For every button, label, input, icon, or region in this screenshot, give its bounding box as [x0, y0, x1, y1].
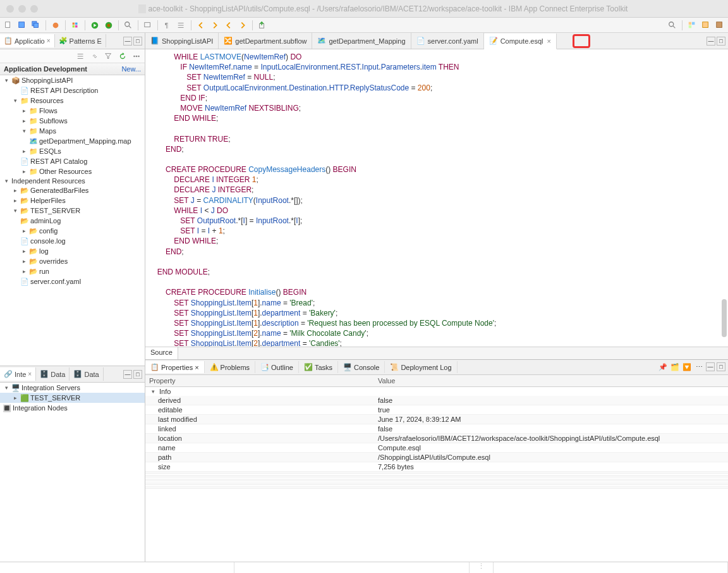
- editor-tab-compute-esql[interactable]: 📝 Compute.esql ×: [484, 34, 557, 49]
- tab-outline[interactable]: 📑Outline: [255, 361, 299, 373]
- tree-label: Flows: [39, 107, 58, 114]
- tree-item-restapidesc[interactable]: 📄REST API Description: [0, 85, 145, 96]
- properties-body[interactable]: ▾Info derivedfalse editabletrue last mod…: [145, 387, 728, 562]
- tree-item-serverconfyaml[interactable]: 📄server.conf.yaml: [0, 276, 145, 286]
- tree-item-shoppinglistapi[interactable]: ▾📦ShoppingListAPI: [0, 75, 145, 85]
- close-icon[interactable]: ×: [547, 37, 551, 45]
- maximize-view-button[interactable]: □: [133, 370, 142, 379]
- new-button[interactable]: [3, 20, 14, 31]
- property-group-info[interactable]: ▾Info: [145, 387, 728, 396]
- minimize-view-button[interactable]: —: [123, 37, 132, 46]
- search-button[interactable]: [123, 20, 134, 31]
- code-editor[interactable]: WHILE LASTMOVE(NewItemRef) DO IF NewItem…: [145, 49, 728, 347]
- save-all-button[interactable]: [30, 20, 42, 31]
- tree-item-otherresources[interactable]: ▸📁Other Resources: [0, 166, 145, 176]
- minimize-view-button[interactable]: —: [123, 370, 132, 379]
- maximize-editor-button[interactable]: □: [717, 37, 725, 46]
- tree-item-integration-servers[interactable]: ▾🖥️Integration Servers: [0, 383, 145, 393]
- tree-item-test-server[interactable]: ▸🟩TEST_SERVER: [0, 393, 145, 403]
- tree-item-independent-resources[interactable]: ▾Independent Resources: [0, 176, 145, 185]
- other-perspective-icon[interactable]: [714, 20, 725, 31]
- tree-item-config[interactable]: ▸📂config: [0, 226, 145, 236]
- filter-button[interactable]: [103, 51, 114, 62]
- tab-patterns-explorer[interactable]: 🧩 Patterns E: [55, 34, 106, 47]
- tree-item-getdepartment-mapping[interactable]: 🗺️getDepartment_Mapping.map: [0, 136, 145, 146]
- tree-item-flows[interactable]: ▸📁Flows: [0, 106, 145, 116]
- source-tab[interactable]: Source: [145, 347, 178, 359]
- prop-value: June 17, 2024, 8:39:12 AM: [374, 415, 728, 424]
- tab-data-1[interactable]: 🗄️ Data: [36, 367, 70, 381]
- column-property[interactable]: Property: [145, 375, 374, 386]
- tab-application-development[interactable]: 📋 Applicatio ×: [0, 34, 55, 47]
- close-icon[interactable]: ×: [28, 371, 32, 378]
- paragraph-button[interactable]: ¶: [162, 20, 173, 31]
- integration-perspective-icon[interactable]: [700, 20, 712, 31]
- tree-label: console.log: [30, 237, 66, 245]
- new-link[interactable]: New...: [121, 65, 141, 73]
- tree-item-overrides[interactable]: ▸📂overrides: [0, 256, 145, 266]
- tab-tasks[interactable]: ✅Tasks: [299, 361, 338, 373]
- indent-button[interactable]: [176, 20, 187, 31]
- build-button[interactable]: [70, 20, 81, 31]
- tree-label: Other Resources: [39, 168, 92, 175]
- tree-item-esqls[interactable]: ▸📁ESQLs: [0, 146, 145, 156]
- tab-properties[interactable]: 📋Properties×: [145, 361, 205, 373]
- debug-button[interactable]: [103, 20, 114, 31]
- search-icon[interactable]: [667, 20, 678, 31]
- tab-problems[interactable]: ⚠️Problems: [205, 361, 255, 373]
- nav-back-button[interactable]: [195, 20, 207, 31]
- link-editor-button[interactable]: [89, 51, 100, 62]
- tree-item-run[interactable]: ▸📂run: [0, 266, 145, 276]
- maximize-view-button[interactable]: □: [717, 362, 725, 371]
- editor-tab-getdepartment-mapping[interactable]: 🗺️ getDepartment_Mapping: [312, 33, 411, 49]
- tab-integration-explorer[interactable]: 🔗 Inte ×: [0, 367, 36, 381]
- nav-back2-button[interactable]: [223, 20, 234, 31]
- tree-item-adminlog[interactable]: 📂adminLog: [0, 216, 145, 226]
- minimize-editor-button[interactable]: —: [707, 37, 715, 46]
- menu-button[interactable]: ⋯: [694, 362, 704, 373]
- menu-button[interactable]: [131, 51, 142, 62]
- perspective-button[interactable]: [686, 20, 698, 31]
- refresh-button[interactable]: [117, 51, 128, 62]
- filter-button[interactable]: 🔽: [682, 362, 692, 373]
- tree-item-restapicatalog[interactable]: 📄REST API Catalog: [0, 156, 145, 166]
- tree-item-consolelog[interactable]: 📄console.log: [0, 236, 145, 246]
- close-icon[interactable]: ×: [195, 364, 198, 371]
- nav-fwd-button[interactable]: [209, 20, 221, 31]
- tab-console[interactable]: 🖥️Console: [338, 361, 385, 373]
- tree-item-resources[interactable]: ▾📁Resources: [0, 96, 145, 106]
- minimize-window-icon[interactable]: [18, 5, 26, 13]
- close-icon[interactable]: ×: [47, 37, 51, 44]
- minimize-view-button[interactable]: —: [706, 362, 715, 371]
- close-window-icon[interactable]: [6, 5, 14, 13]
- column-value[interactable]: Value: [374, 375, 728, 386]
- zoom-window-icon[interactable]: [30, 5, 38, 13]
- deploy-button[interactable]: [50, 20, 61, 31]
- export-button[interactable]: [257, 20, 268, 31]
- tree-item-generatedbarfiles[interactable]: ▸📂GeneratedBarFiles: [0, 185, 145, 195]
- svg-rect-20: [692, 22, 695, 24]
- tab-deployment-log[interactable]: 📜Deployment Log: [385, 361, 457, 373]
- tree-item-subflows[interactable]: ▸📁Subflows: [0, 116, 145, 126]
- tree-item-testserver[interactable]: ▾📂TEST_SERVER: [0, 206, 145, 216]
- run-button[interactable]: [89, 20, 100, 31]
- appdev-tree[interactable]: ▾📦ShoppingListAPI 📄REST API Description …: [0, 75, 145, 366]
- prop-name: derived: [145, 396, 374, 405]
- nav-fwd2-button[interactable]: [237, 20, 248, 31]
- tree-item-log[interactable]: ▸📂log: [0, 246, 145, 256]
- tree-item-maps[interactable]: ▾📁Maps: [0, 126, 145, 136]
- editor-tab-serverconfyaml[interactable]: 📄 server.conf.yaml: [411, 33, 484, 49]
- toggle-button[interactable]: [142, 20, 154, 31]
- editor-tab-shoppinglistapi[interactable]: 📘 ShoppingListAPI: [145, 33, 219, 49]
- pin-button[interactable]: 📌: [658, 362, 668, 373]
- maximize-view-button[interactable]: □: [133, 37, 142, 46]
- categories-button[interactable]: 🗂️: [670, 362, 680, 373]
- scrollbar-thumb[interactable]: [722, 299, 727, 337]
- tree-item-helperfiles[interactable]: ▸📂HelperFiles: [0, 195, 145, 206]
- integration-tree[interactable]: ▾🖥️Integration Servers ▸🟩TEST_SERVER 🔳In…: [0, 383, 145, 562]
- tab-data-2[interactable]: 🗄️ Data: [70, 367, 103, 381]
- tree-item-integration-nodes[interactable]: 🔳Integration Nodes: [0, 403, 145, 413]
- editor-tab-getdepartment-subflow[interactable]: 🔀 getDepartment.subflow: [219, 33, 312, 49]
- save-button[interactable]: [16, 20, 28, 31]
- collapse-all-button[interactable]: [75, 51, 87, 62]
